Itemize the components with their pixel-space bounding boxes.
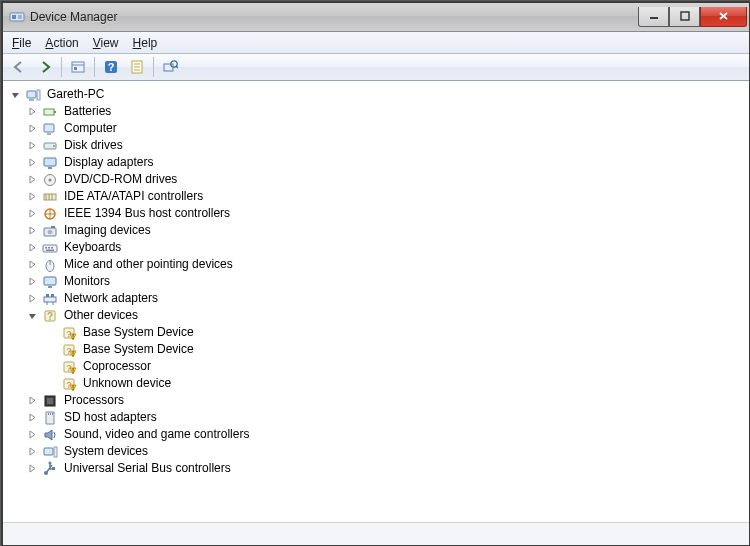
tree-category[interactable]: DVD/CD-ROM drives [26,171,749,188]
tree-category[interactable]: Universal Serial Bus controllers [26,460,749,477]
tree-category[interactable]: Mice and other pointing devices [26,256,749,273]
svg-rect-4 [681,12,689,20]
svg-rect-27 [48,167,52,169]
svg-rect-20 [44,109,54,115]
expand-icon[interactable] [26,241,39,254]
tree-category[interactable]: Computer [26,120,749,137]
tree-category[interactable]: SD host adapters [26,409,749,426]
tree-item-label: Monitors [62,273,112,290]
status-bar [3,522,749,545]
svg-rect-26 [44,158,56,166]
expand-icon[interactable] [26,445,39,458]
svg-text:?: ? [47,311,53,322]
collapse-icon[interactable] [26,309,39,322]
toolbar-help-button[interactable]: ? [99,55,123,79]
device-tree-panel[interactable]: Gareth-PCBatteriesComputerDisk drivesDis… [3,81,749,522]
computer-icon [25,87,41,103]
tree-category[interactable]: Processors [26,392,749,409]
tree-category[interactable]: Disk drives [26,137,749,154]
expand-icon[interactable] [26,224,39,237]
svg-point-36 [48,229,53,234]
expand-icon[interactable] [26,411,39,424]
tree-category[interactable]: System devices [26,443,749,460]
tree-category[interactable]: Batteries [26,103,749,120]
svg-rect-39 [45,247,47,249]
toolbar-properties-button[interactable] [125,55,149,79]
battery-icon [42,104,58,120]
toolbar-back-button[interactable] [7,55,31,79]
expand-icon[interactable] [26,173,39,186]
tree-category[interactable]: ?Other devices [26,307,749,324]
toolbar-separator [153,57,154,77]
tree-item-label: Universal Serial Bus controllers [62,460,233,477]
tree-item-label: Imaging devices [62,222,153,239]
svg-rect-74 [52,467,55,470]
tree-item-label: Base System Device [81,324,196,341]
tree-category[interactable]: IDE ATA/ATAPI controllers [26,188,749,205]
tree-item-label: DVD/CD-ROM drives [62,171,179,188]
maximize-button[interactable] [669,7,700,27]
optical-icon [42,172,58,188]
tree-device[interactable]: ?!Unknown device [45,375,749,392]
tree-item-label: Other devices [62,307,140,324]
expand-icon[interactable] [26,156,39,169]
window-buttons [638,8,747,27]
menu-view[interactable]: View [86,32,126,53]
disk-icon [42,138,58,154]
expand-icon[interactable] [26,394,39,407]
tree-item-label: Sound, video and game controllers [62,426,251,443]
svg-text:!: ! [72,350,74,357]
expand-icon[interactable] [26,139,39,152]
tree-category[interactable]: Imaging devices [26,222,749,239]
expand-icon[interactable] [26,292,39,305]
toolbar-forward-button[interactable] [33,55,57,79]
expand-icon[interactable] [26,190,39,203]
menu-help[interactable]: Help [126,32,165,53]
tree-category[interactable]: Monitors [26,273,749,290]
tree-category[interactable]: Display adapters [26,154,749,171]
svg-rect-41 [51,247,53,249]
tree-spacer [45,343,58,356]
expand-icon[interactable] [26,275,39,288]
svg-rect-71 [44,448,53,455]
expand-icon[interactable] [26,207,39,220]
collapse-icon[interactable] [9,88,22,101]
tree-category[interactable]: IEEE 1394 Bus host controllers [26,205,749,222]
expand-icon[interactable] [26,258,39,271]
svg-point-75 [49,461,52,464]
svg-rect-37 [51,226,55,228]
expand-icon[interactable] [26,428,39,441]
tree-device[interactable]: ?!Coprocessor [45,358,749,375]
device-tree: Gareth-PCBatteriesComputerDisk drivesDis… [3,82,749,497]
toolbar-scan-button[interactable] [158,55,182,79]
titlebar[interactable]: Device Manager [3,3,749,32]
svg-line-16 [176,66,178,68]
minimize-button[interactable] [638,7,669,27]
expand-icon[interactable] [26,462,39,475]
tree-item-label: Gareth-PC [45,86,106,103]
toolbar-show-hidden-button[interactable] [66,55,90,79]
tree-item-label: IEEE 1394 Bus host controllers [62,205,232,222]
menu-action[interactable]: Action [38,32,85,53]
menu-file[interactable]: File [5,32,38,53]
tree-item-label: Computer [62,120,119,137]
tree-category[interactable]: Sound, video and game controllers [26,426,749,443]
camera-icon [42,223,58,239]
expand-icon[interactable] [26,105,39,118]
toolbar-separator [61,57,62,77]
tree-item-label: SD host adapters [62,409,159,426]
tree-category[interactable]: Network adapters [26,290,749,307]
keyboard-icon [42,240,58,256]
tree-root[interactable]: Gareth-PC [9,86,749,103]
tree-device[interactable]: ?!Base System Device [45,341,749,358]
svg-rect-17 [27,91,36,98]
svg-rect-46 [48,286,52,288]
expand-icon[interactable] [26,122,39,135]
sound-icon [42,427,58,443]
svg-rect-69 [50,413,51,415]
svg-text:!: ! [72,367,74,374]
tree-category[interactable]: Keyboards [26,239,749,256]
close-button[interactable] [700,7,747,27]
tree-device[interactable]: ?!Base System Device [45,324,749,341]
other-icon: ? [42,308,58,324]
